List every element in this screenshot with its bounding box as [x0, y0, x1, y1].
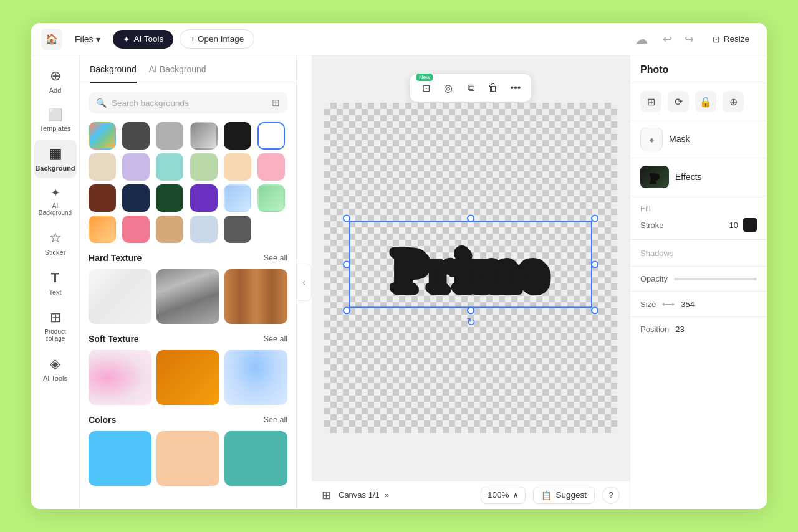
stroke-row: Stroke 10 [640, 218, 757, 232]
zoom-control[interactable]: 100% ∧ [481, 487, 526, 504]
handle-rm[interactable] [591, 260, 598, 268]
circle-icon: ◎ [444, 82, 453, 94]
element-duplicate-button[interactable]: ⧉ [460, 77, 481, 98]
text-element[interactable]: ↻ Primo [349, 221, 592, 308]
rp-icon-layers[interactable]: ⊞ [640, 91, 661, 112]
undo-button[interactable]: ↩ [658, 29, 677, 50]
resize-label: Resize [724, 34, 749, 44]
sidebar-item-sticker[interactable]: ☆ Sticker [34, 224, 77, 262]
texture-pink-swirl[interactable] [89, 350, 151, 405]
product-collage-icon: ⊞ [50, 310, 61, 326]
sidebar-item-ai-tools[interactable]: ◈ AI Tools [34, 349, 77, 388]
texture-marble[interactable] [89, 269, 151, 324]
color-swatch-light-blue[interactable] [190, 216, 218, 243]
color-preview-peach[interactable] [156, 431, 219, 486]
rotate-handle[interactable]: ↻ [466, 315, 476, 329]
color-swatch-brown[interactable] [89, 184, 116, 212]
color-swatch-light-gray[interactable] [156, 122, 183, 150]
rp-icon-lock[interactable]: 🔒 [695, 91, 716, 112]
handle-br[interactable] [591, 306, 598, 314]
stroke-color-swatch[interactable] [743, 218, 757, 232]
suggest-button[interactable]: 📋 Suggest [533, 487, 595, 504]
element-circle-button[interactable]: ◎ [438, 77, 459, 98]
resize-icon: ⊡ [713, 34, 720, 44]
soft-texture-see-all[interactable]: See all [264, 335, 287, 343]
rp-icon-more[interactable]: ⊕ [723, 91, 744, 112]
color-swatch-dark-gray2[interactable] [224, 216, 251, 243]
panel-content: 🔍 ⊞ [80, 83, 296, 509]
texture-metal[interactable] [156, 269, 219, 324]
filter-icon[interactable]: ⊞ [272, 97, 280, 108]
color-swatch-black[interactable] [224, 122, 251, 150]
color-swatch-gradient[interactable] [89, 122, 116, 150]
color-swatch-gray-grad[interactable] [190, 122, 218, 150]
help-button[interactable]: ? [602, 487, 620, 504]
canvas-chevron[interactable]: » [385, 490, 389, 500]
soft-texture-title: Soft Texture [89, 334, 139, 344]
handle-bm[interactable] [467, 306, 474, 314]
more-icon: ••• [511, 82, 521, 93]
color-swatch-pink[interactable] [257, 153, 285, 181]
canvas-bottom-bar: ⊞ Canvas 1/1 » 100% ∧ 📋 Suggest ? [312, 480, 630, 509]
hard-texture-see-all[interactable]: See all [264, 254, 287, 262]
handle-tm[interactable] [467, 214, 474, 222]
tab-ai-background[interactable]: AI Background [149, 64, 206, 83]
home-button[interactable]: 🏠 [41, 29, 62, 50]
texture-wood[interactable] [224, 269, 287, 324]
sidebar-item-text[interactable]: T Text [34, 264, 77, 302]
handle-tr[interactable] [591, 214, 598, 222]
sidebar-item-label-sticker: Sticker [45, 249, 66, 256]
texture-orange[interactable] [156, 350, 219, 405]
color-swatch-lavender[interactable] [122, 153, 150, 181]
search-icon: 🔍 [96, 98, 107, 108]
smart-resize-button[interactable]: New ⊡ [415, 77, 436, 98]
opacity-slider[interactable] [674, 278, 757, 280]
colors-section-see-all[interactable]: See all [264, 416, 287, 424]
layers-icon[interactable]: ⊞ [322, 488, 331, 502]
color-preview-teal[interactable] [224, 431, 287, 486]
color-swatch-green-grad[interactable] [257, 184, 285, 212]
color-swatch-forest[interactable] [156, 184, 183, 212]
sidebar-item-templates[interactable]: ⬜ Templates [34, 102, 77, 138]
size-link-icon[interactable]: ⟷ [662, 299, 675, 309]
color-swatch-dark-gray[interactable] [122, 122, 150, 150]
color-swatch-blue-grad[interactable] [224, 184, 251, 212]
color-swatch-tan[interactable] [156, 216, 183, 243]
color-swatch-coral[interactable] [122, 216, 150, 243]
element-more-button[interactable]: ••• [505, 77, 526, 98]
redo-button[interactable]: ↪ [680, 29, 699, 50]
color-swatch-peach[interactable] [224, 153, 251, 181]
color-swatch-navy[interactable] [122, 184, 150, 212]
color-swatch-purple[interactable] [190, 184, 218, 212]
handle-tl[interactable] [343, 214, 350, 222]
ai-tools-label: AI Tools [134, 34, 164, 44]
search-input[interactable] [112, 98, 267, 108]
handle-lm[interactable] [343, 260, 350, 268]
color-swatch-sage[interactable] [190, 153, 218, 181]
cloud-button[interactable]: ☁ [632, 28, 651, 50]
files-menu[interactable]: Files ▾ [69, 31, 107, 48]
color-preview-blue[interactable] [89, 431, 151, 486]
color-swatch-orange-grad[interactable] [89, 216, 116, 243]
mask-icon: ⬥ [640, 128, 663, 150]
tab-background[interactable]: Background [90, 64, 137, 83]
element-delete-button[interactable]: 🗑 [483, 77, 504, 98]
sidebar-item-ai-background[interactable]: ✦ AI Background [34, 179, 77, 222]
collapse-panel-button[interactable]: ‹ [297, 264, 312, 301]
opacity-label: Opacity [640, 274, 668, 283]
color-swatch-white[interactable] [257, 122, 285, 150]
ai-tools-button[interactable]: ✦ AI Tools [113, 30, 174, 49]
element-toolbar: New ⊡ ◎ ⧉ 🗑 ••• [410, 74, 531, 102]
sidebar-item-background[interactable]: ▦ Background [34, 140, 77, 178]
handle-bl[interactable] [343, 306, 350, 314]
sidebar-item-add[interactable]: ⊕ Add [34, 62, 77, 100]
rp-icon-transform[interactable]: ⟳ [668, 91, 689, 112]
color-swatch-mint[interactable] [156, 153, 183, 181]
sidebar-item-label-ai-tools: AI Tools [43, 374, 67, 382]
canvas-surface[interactable]: ↻ Primo [324, 103, 617, 433]
color-swatch-beige[interactable] [89, 153, 116, 181]
texture-water[interactable] [224, 350, 287, 405]
sidebar-item-product-collage[interactable]: ⊞ Product collage [34, 303, 77, 348]
resize-button[interactable]: ⊡ Resize [705, 31, 757, 48]
open-image-button[interactable]: + Open Image [180, 29, 254, 49]
